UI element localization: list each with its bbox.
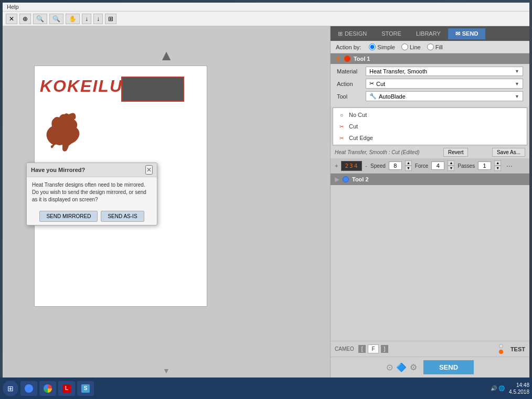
taskbar-app-1[interactable]	[20, 381, 37, 396]
dialog-close-btn[interactable]: ✕	[145, 165, 153, 175]
dialog-buttons: SEND MIRRORED SEND AS-IS	[27, 208, 157, 225]
taskbar-right: 🔊 🌐 14:48 4.5.2018	[491, 382, 529, 395]
app-s-icon: S	[81, 384, 90, 393]
app-l-icon: L	[62, 384, 71, 393]
dialog-body: Heat Transfer designs often need to be m…	[27, 177, 157, 208]
notification-icons: 🔊 🌐	[491, 385, 505, 391]
send-mirrored-btn[interactable]: SEND MIRRORED	[39, 211, 98, 222]
start-button[interactable]: ⊞	[3, 381, 18, 396]
clock-time: 14:48	[509, 382, 529, 389]
taskbar: ⊞ L S 🔊 🌐 14:48 4.5.2018	[0, 378, 532, 399]
clock-date: 4.5.2018	[509, 389, 529, 395]
clock-display: 14:48 4.5.2018	[509, 382, 529, 395]
taskbar-app-s[interactable]: S	[77, 381, 94, 396]
desktop: Help ✕ ⊕ 🔍 🔍 ✋ ↓ ↓ ⊞ ▲ KOKEILU	[0, 0, 532, 378]
taskbar-app-l[interactable]: L	[58, 381, 75, 396]
send-as-is-btn[interactable]: SEND AS-IS	[101, 211, 144, 222]
dialog-title-bar: Have you Mirrored? ✕	[27, 163, 157, 177]
app1-icon	[25, 384, 33, 393]
mirrored-dialog: Have you Mirrored? ✕ Heat Transfer desig…	[26, 163, 157, 225]
taskbar-app-chrome[interactable]	[39, 381, 56, 396]
dialog-overlay: Have you Mirrored? ✕ Heat Transfer desig…	[0, 0, 532, 378]
chrome-icon	[44, 384, 52, 393]
dialog-title: Have you Mirrored?	[31, 167, 85, 173]
